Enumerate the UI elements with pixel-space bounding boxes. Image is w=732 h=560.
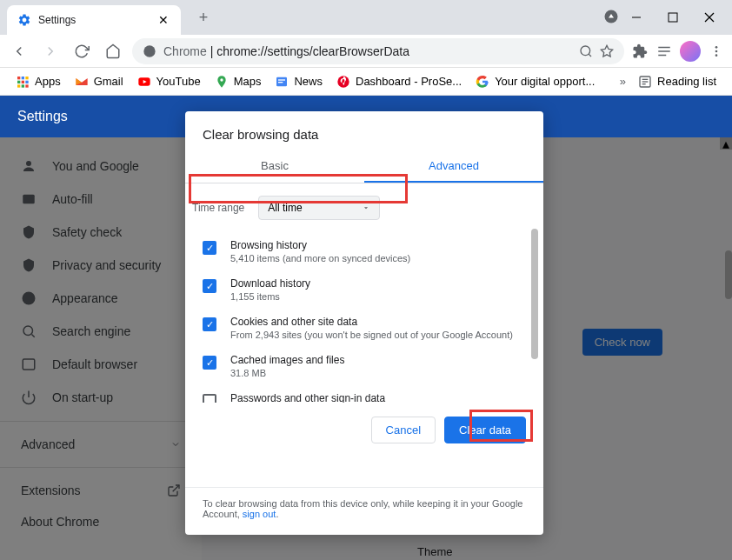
checkbox-browsing[interactable]: ✓	[203, 241, 216, 255]
pinterest-bookmark[interactable]: Dashboard - ProSe...	[331, 71, 467, 92]
settings-title: Settings	[17, 109, 68, 124]
dialog-scrollbar[interactable]	[531, 229, 538, 359]
apps-icon	[16, 75, 30, 89]
news-bookmark[interactable]: News	[270, 71, 328, 92]
time-range-label: Time range	[192, 202, 244, 214]
reading-list-icon[interactable]	[655, 43, 673, 60]
maps-bookmark[interactable]: Maps	[210, 71, 267, 92]
youtube-bookmark[interactable]: YouTube	[132, 71, 206, 92]
pinterest-icon	[336, 75, 350, 89]
svg-rect-18	[17, 80, 20, 83]
browser-tab[interactable]: Settings ✕	[7, 5, 181, 35]
forward-button[interactable]	[38, 39, 63, 63]
tab-advanced[interactable]: Advanced	[364, 150, 543, 183]
check-cookies: ✓ Cookies and other site dataFrom 2,943 …	[203, 309, 522, 347]
svg-rect-16	[22, 77, 24, 79]
svg-rect-22	[22, 84, 24, 87]
svg-rect-2	[669, 13, 677, 22]
youtube-icon	[137, 75, 151, 89]
maximize-button[interactable]	[662, 7, 683, 28]
checkbox-download[interactable]: ✓	[203, 279, 216, 293]
gmail-bookmark[interactable]: Gmail	[70, 71, 129, 92]
svg-rect-20	[25, 80, 28, 83]
tab-title: Settings	[38, 14, 156, 26]
sign-out-link[interactable]: sign out	[243, 509, 276, 519]
google-bookmark[interactable]: Your digital opport...	[470, 71, 600, 92]
google-icon	[476, 75, 489, 89]
back-button[interactable]	[7, 39, 31, 63]
svg-rect-19	[22, 80, 24, 83]
dialog-title: Clear browsing data	[185, 111, 543, 150]
close-window-button[interactable]	[699, 7, 720, 28]
profile-avatar[interactable]	[680, 41, 701, 62]
svg-rect-21	[17, 84, 20, 87]
svg-point-5	[143, 45, 155, 57]
minimize-button[interactable]	[626, 7, 647, 28]
settings-gear-icon	[17, 13, 31, 27]
svg-rect-17	[25, 77, 28, 79]
checklist: ✓ Browsing history5,410 items (and more …	[185, 229, 543, 403]
apps-bookmark[interactable]: Apps	[10, 71, 66, 92]
reading-list-button[interactable]: Reading list	[633, 71, 722, 92]
address-bar[interactable]: Chrome | chrome://settings/clearBrowserD…	[132, 38, 624, 64]
window-titlebar: Settings ✕ +	[0, 0, 732, 35]
dropdown-icon	[362, 203, 370, 212]
svg-line-7	[589, 54, 591, 57]
check-cache: ✓ Cached images and files31.8 MB	[203, 347, 522, 385]
check-browsing-history: ✓ Browsing history5,410 items (and more …	[203, 232, 522, 270]
dialog-tabs: Basic Advanced	[185, 150, 543, 183]
svg-rect-28	[278, 79, 285, 80]
home-button[interactable]	[101, 39, 125, 63]
svg-point-13	[715, 50, 718, 52]
list-icon	[638, 75, 652, 89]
clear-browsing-data-dialog: Clear browsing data Basic Advanced Time …	[185, 111, 543, 535]
time-range-select[interactable]: All time	[258, 196, 380, 220]
checkbox-cookies[interactable]: ✓	[203, 317, 216, 331]
browser-toolbar: Chrome | chrome://settings/clearBrowserD…	[0, 35, 732, 68]
bookmarks-overflow-icon[interactable]: »	[620, 75, 626, 88]
maps-icon	[215, 75, 229, 89]
svg-marker-8	[601, 45, 612, 57]
svg-point-6	[581, 46, 590, 56]
gmail-icon	[75, 75, 89, 89]
time-range-row: Time range All time	[185, 183, 543, 229]
checkbox-cache[interactable]: ✓	[203, 356, 216, 370]
svg-point-26	[220, 78, 223, 81]
svg-point-14	[715, 54, 718, 57]
check-download-history: ✓ Download history1,155 items	[203, 270, 522, 309]
tab-basic[interactable]: Basic	[185, 150, 364, 183]
close-tab-icon[interactable]: ✕	[156, 13, 170, 27]
news-icon	[275, 75, 289, 89]
svg-point-12	[715, 46, 718, 49]
new-tab-button[interactable]: +	[191, 5, 216, 30]
reload-button[interactable]	[70, 39, 94, 63]
svg-rect-15	[17, 77, 20, 79]
svg-marker-44	[364, 207, 368, 209]
chrome-icon	[143, 44, 156, 58]
star-icon[interactable]	[600, 44, 614, 58]
url-text: Chrome | chrome://settings/clearBrowserD…	[163, 44, 409, 58]
cancel-button[interactable]: Cancel	[371, 417, 436, 443]
svg-rect-29	[278, 82, 283, 83]
svg-rect-23	[25, 84, 28, 87]
bookmarks-bar: Apps Gmail YouTube Maps News Dashboard -…	[0, 68, 732, 96]
zoom-icon[interactable]	[579, 44, 593, 58]
menu-icon[interactable]	[708, 43, 725, 60]
clear-data-button[interactable]: Clear data	[444, 417, 526, 443]
dialog-footer: To clear browsing data from this device …	[185, 487, 543, 524]
checkbox-passwords[interactable]	[203, 394, 216, 403]
check-passwords: Passwords and other sign-in data157 pass…	[203, 385, 522, 403]
extensions-icon[interactable]	[631, 43, 649, 60]
